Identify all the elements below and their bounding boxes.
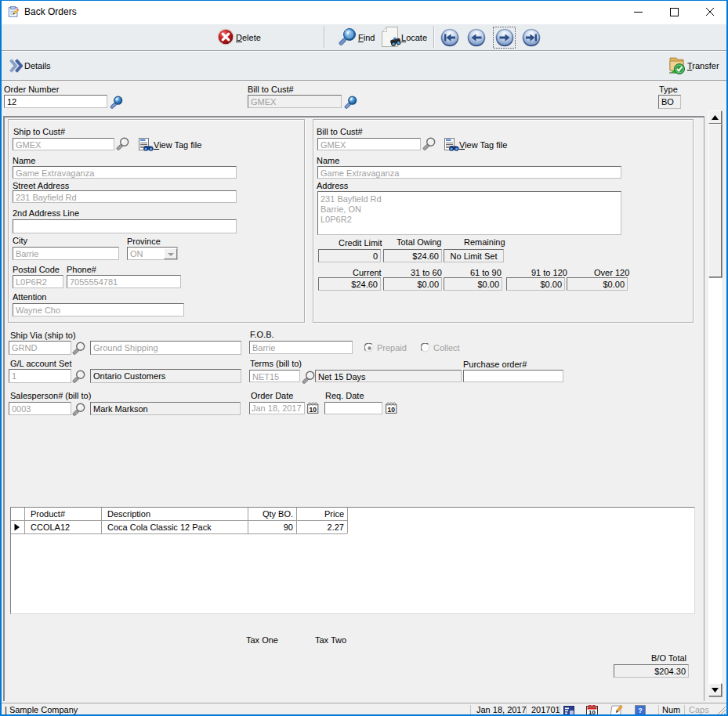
svg-text:10: 10 <box>589 709 596 716</box>
svg-text:?: ? <box>638 707 643 714</box>
